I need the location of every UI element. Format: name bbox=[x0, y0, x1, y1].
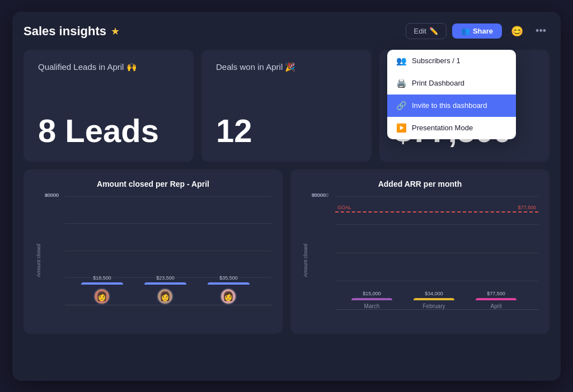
share-button[interactable]: 👥 Share bbox=[452, 23, 502, 39]
right-bar-group: $15,000 March bbox=[351, 291, 392, 309]
print-icon: 🖨️ bbox=[396, 78, 406, 88]
charts-row: Amount closed per Rep - April Amount clo… bbox=[24, 169, 549, 334]
stat-card-leads-value: 8 Leads bbox=[38, 115, 179, 147]
chart-right: Added ARR per month Amount closed 100000 bbox=[290, 169, 549, 334]
avatar: 👩 bbox=[220, 288, 237, 305]
stat-card-leads: Qualified Leads in April 🙌 8 Leads bbox=[24, 50, 194, 162]
left-bar-group: $18,500 👩 bbox=[81, 275, 123, 305]
presentation-label: Presentation Mode bbox=[412, 124, 473, 132]
bar-value-label: $18,500 bbox=[93, 275, 111, 281]
emoji-button[interactable]: 😊 bbox=[508, 23, 527, 40]
chart-left-title: Amount closed per Rep - April bbox=[35, 180, 271, 188]
edit-pencil-icon: ✏️ bbox=[429, 27, 438, 35]
header-right: Edit ✏️ 👥 Share 😊 ••• 👥 Subscribers / 1 … bbox=[406, 23, 549, 40]
bar-value-label: $15,000 bbox=[363, 291, 381, 296]
right-bar-group: $77,500 April bbox=[476, 291, 516, 309]
bar-rect bbox=[414, 298, 454, 300]
bar-value-label: $35,500 bbox=[219, 275, 238, 281]
stat-card-leads-title: Qualified Leads in April 🙌 bbox=[38, 62, 179, 72]
edit-label: Edit bbox=[414, 27, 426, 35]
left-bars: $18,500 👩 $23,500 👩 $35,500 👩 bbox=[65, 196, 266, 305]
header-left: Sales insights ★ bbox=[24, 24, 120, 39]
bar-x-label: April bbox=[490, 303, 501, 309]
dashboard: Sales insights ★ Edit ✏️ 👥 Share 😊 ••• 👥… bbox=[12, 12, 561, 381]
star-icon[interactable]: ★ bbox=[111, 25, 120, 37]
chart-right-y-axis-label: Amount closed bbox=[303, 244, 308, 277]
bar-x-label: February bbox=[422, 303, 445, 309]
stat-card-deals: Deals won in April 🎉 12 bbox=[201, 50, 372, 162]
edit-button[interactable]: Edit ✏️ bbox=[406, 23, 447, 39]
dropdown-item-print[interactable]: 🖨️ Print Dashboard bbox=[387, 72, 516, 95]
dropdown-item-subscribers[interactable]: 👥 Subscribers / 1 bbox=[387, 50, 516, 72]
dropdown-item-presentation[interactable]: ▶️ Presentation Mode bbox=[387, 117, 516, 139]
subscribers-label: Subscribers / 1 bbox=[412, 56, 461, 65]
bar-x-label: March bbox=[364, 303, 380, 309]
bar-value-label: $34,000 bbox=[425, 291, 443, 296]
page-title: Sales insights bbox=[24, 24, 106, 39]
dropdown-item-invite[interactable]: 🔗 Invite to this dashboard bbox=[387, 95, 516, 117]
left-bar-group: $23,500 👩 bbox=[144, 275, 186, 305]
presentation-icon: ▶️ bbox=[396, 123, 406, 133]
print-label: Print Dashboard bbox=[412, 79, 464, 87]
stat-card-deals-value: 12 bbox=[216, 115, 357, 147]
bar-rect bbox=[351, 298, 392, 300]
bar-rect bbox=[144, 282, 186, 285]
avatar: 👩 bbox=[93, 288, 110, 305]
avatar: 👩 bbox=[157, 288, 173, 305]
invite-label: Invite to this dashboard bbox=[412, 101, 487, 110]
bar-rect bbox=[476, 298, 516, 300]
left-bar-group: $35,500 👩 bbox=[208, 275, 250, 305]
right-bars: $15,000 March $34,000 February $77,500 A… bbox=[335, 196, 533, 309]
more-options-button[interactable]: ••• bbox=[532, 23, 549, 39]
bar-rect bbox=[81, 282, 123, 285]
dropdown-menu: 👥 Subscribers / 1 🖨️ Print Dashboard 🔗 I… bbox=[387, 50, 516, 139]
bar-value-label: $23,500 bbox=[156, 275, 175, 281]
chart-left-y-axis-label: Amount closed bbox=[36, 244, 41, 277]
share-users-icon: 👥 bbox=[461, 27, 470, 35]
chart-right-title: Added ARR per month bbox=[302, 180, 538, 188]
chart-left: Amount closed per Rep - April Amount clo… bbox=[24, 169, 283, 334]
share-label: Share bbox=[473, 27, 493, 35]
header: Sales insights ★ Edit ✏️ 👥 Share 😊 ••• 👥… bbox=[24, 23, 549, 40]
bar-rect bbox=[208, 282, 250, 285]
invite-icon: 🔗 bbox=[396, 101, 406, 111]
bar-value-label: $77,500 bbox=[487, 291, 505, 296]
right-bar-group: $34,000 February bbox=[414, 291, 454, 309]
stat-card-deals-title: Deals won in April 🎉 bbox=[216, 62, 357, 72]
subscribers-icon: 👥 bbox=[396, 56, 406, 66]
